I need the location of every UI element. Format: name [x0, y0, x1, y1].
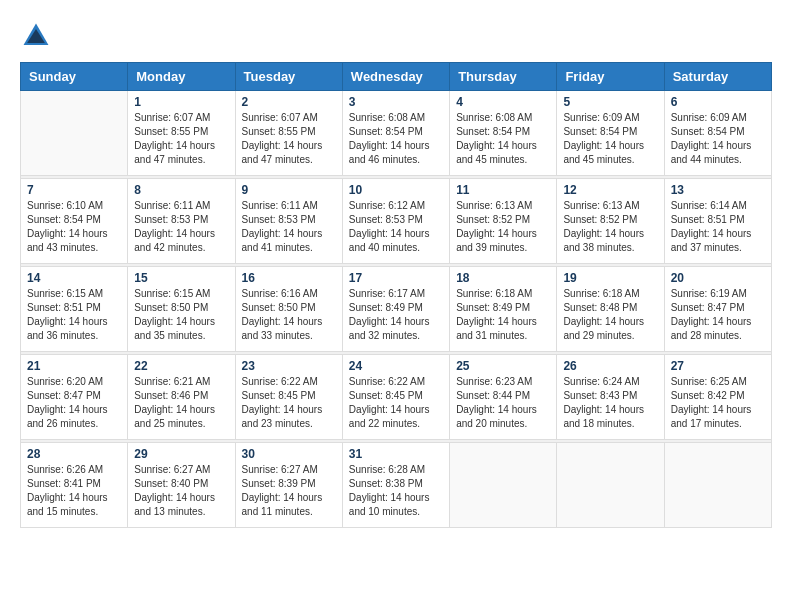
calendar-header-monday: Monday — [128, 63, 235, 91]
day-number: 13 — [671, 183, 765, 197]
calendar-cell: 17Sunrise: 6:17 AMSunset: 8:49 PMDayligh… — [342, 267, 449, 352]
calendar-cell: 9Sunrise: 6:11 AMSunset: 8:53 PMDaylight… — [235, 179, 342, 264]
day-number: 5 — [563, 95, 657, 109]
day-info: Sunrise: 6:24 AMSunset: 8:43 PMDaylight:… — [563, 375, 657, 431]
day-info: Sunrise: 6:13 AMSunset: 8:52 PMDaylight:… — [563, 199, 657, 255]
day-info: Sunrise: 6:22 AMSunset: 8:45 PMDaylight:… — [242, 375, 336, 431]
calendar-cell: 6Sunrise: 6:09 AMSunset: 8:54 PMDaylight… — [664, 91, 771, 176]
calendar-cell: 15Sunrise: 6:15 AMSunset: 8:50 PMDayligh… — [128, 267, 235, 352]
day-info: Sunrise: 6:18 AMSunset: 8:49 PMDaylight:… — [456, 287, 550, 343]
day-info: Sunrise: 6:17 AMSunset: 8:49 PMDaylight:… — [349, 287, 443, 343]
day-info: Sunrise: 6:18 AMSunset: 8:48 PMDaylight:… — [563, 287, 657, 343]
calendar-cell: 14Sunrise: 6:15 AMSunset: 8:51 PMDayligh… — [21, 267, 128, 352]
day-number: 30 — [242, 447, 336, 461]
calendar-cell: 11Sunrise: 6:13 AMSunset: 8:52 PMDayligh… — [450, 179, 557, 264]
day-info: Sunrise: 6:08 AMSunset: 8:54 PMDaylight:… — [349, 111, 443, 167]
calendar-table: SundayMondayTuesdayWednesdayThursdayFrid… — [20, 62, 772, 528]
calendar-cell: 26Sunrise: 6:24 AMSunset: 8:43 PMDayligh… — [557, 355, 664, 440]
day-info: Sunrise: 6:12 AMSunset: 8:53 PMDaylight:… — [349, 199, 443, 255]
calendar-cell: 22Sunrise: 6:21 AMSunset: 8:46 PMDayligh… — [128, 355, 235, 440]
calendar-cell: 21Sunrise: 6:20 AMSunset: 8:47 PMDayligh… — [21, 355, 128, 440]
calendar-cell: 3Sunrise: 6:08 AMSunset: 8:54 PMDaylight… — [342, 91, 449, 176]
day-info: Sunrise: 6:09 AMSunset: 8:54 PMDaylight:… — [563, 111, 657, 167]
calendar-cell: 13Sunrise: 6:14 AMSunset: 8:51 PMDayligh… — [664, 179, 771, 264]
calendar-cell: 30Sunrise: 6:27 AMSunset: 8:39 PMDayligh… — [235, 443, 342, 528]
calendar-cell — [450, 443, 557, 528]
day-info: Sunrise: 6:08 AMSunset: 8:54 PMDaylight:… — [456, 111, 550, 167]
day-number: 27 — [671, 359, 765, 373]
calendar-week-4: 21Sunrise: 6:20 AMSunset: 8:47 PMDayligh… — [21, 355, 772, 440]
day-info: Sunrise: 6:14 AMSunset: 8:51 PMDaylight:… — [671, 199, 765, 255]
day-number: 18 — [456, 271, 550, 285]
day-info: Sunrise: 6:27 AMSunset: 8:40 PMDaylight:… — [134, 463, 228, 519]
calendar-cell: 28Sunrise: 6:26 AMSunset: 8:41 PMDayligh… — [21, 443, 128, 528]
day-info: Sunrise: 6:22 AMSunset: 8:45 PMDaylight:… — [349, 375, 443, 431]
day-number: 14 — [27, 271, 121, 285]
day-number: 16 — [242, 271, 336, 285]
day-number: 3 — [349, 95, 443, 109]
day-number: 24 — [349, 359, 443, 373]
calendar-cell: 19Sunrise: 6:18 AMSunset: 8:48 PMDayligh… — [557, 267, 664, 352]
calendar-cell: 31Sunrise: 6:28 AMSunset: 8:38 PMDayligh… — [342, 443, 449, 528]
day-info: Sunrise: 6:15 AMSunset: 8:50 PMDaylight:… — [134, 287, 228, 343]
day-number: 11 — [456, 183, 550, 197]
calendar-cell: 2Sunrise: 6:07 AMSunset: 8:55 PMDaylight… — [235, 91, 342, 176]
calendar-cell: 29Sunrise: 6:27 AMSunset: 8:40 PMDayligh… — [128, 443, 235, 528]
day-info: Sunrise: 6:26 AMSunset: 8:41 PMDaylight:… — [27, 463, 121, 519]
calendar-cell — [664, 443, 771, 528]
day-number: 20 — [671, 271, 765, 285]
calendar-cell: 4Sunrise: 6:08 AMSunset: 8:54 PMDaylight… — [450, 91, 557, 176]
day-info: Sunrise: 6:21 AMSunset: 8:46 PMDaylight:… — [134, 375, 228, 431]
day-info: Sunrise: 6:16 AMSunset: 8:50 PMDaylight:… — [242, 287, 336, 343]
day-info: Sunrise: 6:15 AMSunset: 8:51 PMDaylight:… — [27, 287, 121, 343]
logo — [20, 20, 56, 52]
day-number: 31 — [349, 447, 443, 461]
day-number: 15 — [134, 271, 228, 285]
day-info: Sunrise: 6:07 AMSunset: 8:55 PMDaylight:… — [134, 111, 228, 167]
calendar-cell: 1Sunrise: 6:07 AMSunset: 8:55 PMDaylight… — [128, 91, 235, 176]
calendar-week-2: 7Sunrise: 6:10 AMSunset: 8:54 PMDaylight… — [21, 179, 772, 264]
calendar-header-sunday: Sunday — [21, 63, 128, 91]
calendar-cell: 10Sunrise: 6:12 AMSunset: 8:53 PMDayligh… — [342, 179, 449, 264]
day-number: 28 — [27, 447, 121, 461]
day-info: Sunrise: 6:09 AMSunset: 8:54 PMDaylight:… — [671, 111, 765, 167]
day-info: Sunrise: 6:25 AMSunset: 8:42 PMDaylight:… — [671, 375, 765, 431]
day-info: Sunrise: 6:10 AMSunset: 8:54 PMDaylight:… — [27, 199, 121, 255]
calendar-week-1: 1Sunrise: 6:07 AMSunset: 8:55 PMDaylight… — [21, 91, 772, 176]
day-number: 19 — [563, 271, 657, 285]
calendar-cell: 5Sunrise: 6:09 AMSunset: 8:54 PMDaylight… — [557, 91, 664, 176]
calendar-header-thursday: Thursday — [450, 63, 557, 91]
logo-icon — [20, 20, 52, 52]
calendar-header-friday: Friday — [557, 63, 664, 91]
calendar-cell: 20Sunrise: 6:19 AMSunset: 8:47 PMDayligh… — [664, 267, 771, 352]
calendar-cell: 27Sunrise: 6:25 AMSunset: 8:42 PMDayligh… — [664, 355, 771, 440]
day-number: 17 — [349, 271, 443, 285]
day-number: 10 — [349, 183, 443, 197]
calendar-header-tuesday: Tuesday — [235, 63, 342, 91]
day-number: 25 — [456, 359, 550, 373]
calendar-cell: 7Sunrise: 6:10 AMSunset: 8:54 PMDaylight… — [21, 179, 128, 264]
day-number: 22 — [134, 359, 228, 373]
day-info: Sunrise: 6:11 AMSunset: 8:53 PMDaylight:… — [134, 199, 228, 255]
calendar-week-3: 14Sunrise: 6:15 AMSunset: 8:51 PMDayligh… — [21, 267, 772, 352]
calendar-cell: 23Sunrise: 6:22 AMSunset: 8:45 PMDayligh… — [235, 355, 342, 440]
day-number: 23 — [242, 359, 336, 373]
day-number: 21 — [27, 359, 121, 373]
calendar-header-wednesday: Wednesday — [342, 63, 449, 91]
day-number: 2 — [242, 95, 336, 109]
calendar-cell: 24Sunrise: 6:22 AMSunset: 8:45 PMDayligh… — [342, 355, 449, 440]
day-info: Sunrise: 6:19 AMSunset: 8:47 PMDaylight:… — [671, 287, 765, 343]
calendar-week-5: 28Sunrise: 6:26 AMSunset: 8:41 PMDayligh… — [21, 443, 772, 528]
day-info: Sunrise: 6:23 AMSunset: 8:44 PMDaylight:… — [456, 375, 550, 431]
day-info: Sunrise: 6:20 AMSunset: 8:47 PMDaylight:… — [27, 375, 121, 431]
calendar-cell: 8Sunrise: 6:11 AMSunset: 8:53 PMDaylight… — [128, 179, 235, 264]
day-number: 26 — [563, 359, 657, 373]
header — [20, 20, 772, 52]
day-number: 1 — [134, 95, 228, 109]
day-number: 6 — [671, 95, 765, 109]
calendar-cell: 16Sunrise: 6:16 AMSunset: 8:50 PMDayligh… — [235, 267, 342, 352]
calendar-cell: 25Sunrise: 6:23 AMSunset: 8:44 PMDayligh… — [450, 355, 557, 440]
day-number: 29 — [134, 447, 228, 461]
day-info: Sunrise: 6:07 AMSunset: 8:55 PMDaylight:… — [242, 111, 336, 167]
calendar-cell: 12Sunrise: 6:13 AMSunset: 8:52 PMDayligh… — [557, 179, 664, 264]
